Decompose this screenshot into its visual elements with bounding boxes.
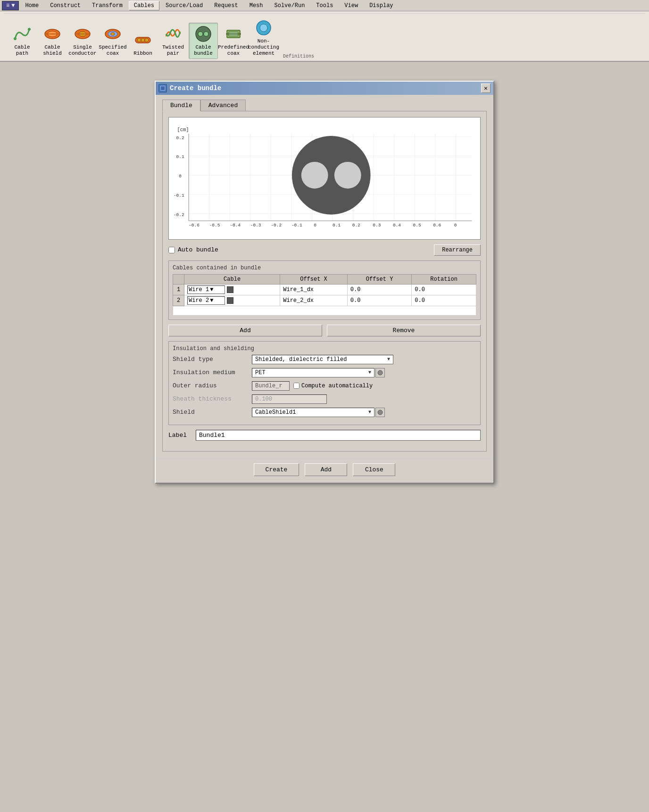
ribbon-btn-specified-coax[interactable]: Specifiedcoax xyxy=(98,23,127,59)
svg-text:-0.4: -0.4 xyxy=(230,223,241,228)
menu-item-construct[interactable]: Construct xyxy=(45,1,86,10)
shield-row: Shield CableShield1 ▼ xyxy=(173,408,476,417)
insulation-medium-extra-btn[interactable] xyxy=(375,368,385,377)
tab-bundle[interactable]: Bundle xyxy=(162,100,200,111)
cable-path-label: Cablepath xyxy=(14,44,30,57)
cable-shield-label: Cableshield xyxy=(43,44,62,57)
compute-auto-checkbox[interactable] xyxy=(293,383,300,389)
ribbon-btn-single-conductor[interactable]: Singleconductor xyxy=(68,23,97,59)
menu-item-display[interactable]: Display xyxy=(364,1,398,10)
rearrange-button[interactable]: Rearrange xyxy=(434,244,481,256)
ribbon-btn-cable-path[interactable]: Cablepath xyxy=(8,23,37,59)
auto-bundle-checkbox[interactable] xyxy=(168,247,175,253)
svg-point-16 xyxy=(198,32,203,36)
ribbon-btn-cable-shield[interactable]: Cableshield xyxy=(38,23,67,59)
sheath-thickness-input[interactable] xyxy=(252,394,327,404)
menu-item-cables[interactable]: Cables xyxy=(129,1,159,10)
dialog-footer: Create Add Close xyxy=(156,458,493,483)
dialog-titlebar: Create bundle ✕ xyxy=(156,82,493,95)
menu-item-home[interactable]: Home xyxy=(20,1,44,10)
svg-text:0.4: 0.4 xyxy=(393,223,401,228)
menu-item-sourceload[interactable]: Source/Load xyxy=(160,1,208,10)
cable-shield-icon xyxy=(43,25,62,43)
menu-item-mesh[interactable]: Mesh xyxy=(244,1,268,10)
svg-point-17 xyxy=(204,32,208,36)
compute-auto-container: Compute automatically xyxy=(293,383,373,389)
svg-point-10 xyxy=(111,33,115,35)
insulation-medium-dropdown[interactable]: PET ▼ xyxy=(252,368,374,377)
remove-cable-button[interactable]: Remove xyxy=(327,325,481,336)
tab-advanced[interactable]: Advanced xyxy=(200,100,246,111)
svg-point-12 xyxy=(137,38,141,42)
svg-text:-0.6: -0.6 xyxy=(189,223,200,228)
cables-section: Cables contained in bundle Cable Offset … xyxy=(168,260,481,320)
close-button[interactable]: Close xyxy=(353,463,395,476)
shield-value: CableShield1 xyxy=(255,409,296,416)
shield-extra-btn[interactable] xyxy=(375,408,385,417)
create-button[interactable]: Create xyxy=(254,463,300,476)
add-cable-button[interactable]: Add xyxy=(168,325,322,336)
menu-dropdown-arrow: ▼ xyxy=(11,2,15,9)
row-2-rotation: 0.0 xyxy=(412,295,476,306)
predefined-coax-label: Predefinedcoax xyxy=(218,44,249,57)
cable-bundle-icon xyxy=(194,25,213,43)
menu-item-transform[interactable]: Transform xyxy=(87,1,128,10)
svg-text:-0.2: -0.2 xyxy=(271,223,282,228)
ribbon-btn-ribbon[interactable]: Ribbon xyxy=(128,29,158,59)
shield-type-value: Shielded, dielectric filled xyxy=(255,356,347,363)
menu-bar: ≡ ▼ Home Construct Transform Cables Sour… xyxy=(0,0,649,11)
main-area: Create bundle ✕ Bundle Advanced [cm] 0.2 xyxy=(0,62,649,812)
app-menu-dropdown[interactable]: ≡ ▼ xyxy=(2,1,19,10)
svg-point-71 xyxy=(378,410,383,415)
svg-rect-24 xyxy=(161,86,165,90)
row-1-cable-select[interactable]: Wire 1 ▼ xyxy=(187,285,225,294)
cables-table: Cable Offset X Offset Y Rotation 1 xyxy=(173,274,476,316)
svg-text:-0.1: -0.1 xyxy=(174,193,184,198)
table-row: 1 Wire 1 ▼ xyxy=(173,284,476,295)
insulation-medium-label: Insulation medium xyxy=(173,369,248,376)
svg-text:0: 0 xyxy=(314,223,316,228)
shield-type-dropdown[interactable]: Shielded, dielectric filled ▼ xyxy=(252,355,393,364)
dialog-title: Create bundle xyxy=(170,84,478,92)
col-header-cable: Cable xyxy=(184,274,280,284)
cables-section-title: Cables contained in bundle xyxy=(173,265,476,271)
dialog-close-button[interactable]: ✕ xyxy=(481,84,491,93)
row-2-offset-y: 0.0 xyxy=(347,295,412,306)
menu-item-request[interactable]: Request xyxy=(209,1,243,10)
row-1-num: 1 xyxy=(173,284,184,295)
insulation-section: Insulation and shielding Shield type Shi… xyxy=(168,341,481,425)
label-field-input[interactable] xyxy=(196,430,481,441)
svg-point-70 xyxy=(378,370,383,375)
row-2-cable-select[interactable]: Wire 2 ▼ xyxy=(187,296,225,305)
menu-item-solverun[interactable]: Solve/Run xyxy=(269,1,310,10)
svg-text:0.6: 0.6 xyxy=(433,223,441,228)
ribbon-btn-cable-bundle[interactable]: Cablebundle xyxy=(189,23,218,59)
menu-item-view[interactable]: View xyxy=(339,1,363,10)
ribbon: Cablepath Cableshield Single xyxy=(0,11,649,62)
outer-radius-controls: Bundle_r Compute automatically xyxy=(252,381,373,391)
add-button[interactable]: Add xyxy=(305,463,347,476)
svg-text:-0.1: -0.1 xyxy=(291,223,302,228)
menu-icon: ≡ xyxy=(6,2,9,9)
menu-item-tools[interactable]: Tools xyxy=(311,1,338,10)
single-conductor-icon xyxy=(73,25,92,43)
svg-text:0.3: 0.3 xyxy=(373,223,381,228)
auto-bundle-checkbox-label[interactable]: Auto bundle xyxy=(168,246,218,253)
insulation-medium-arrow: ▼ xyxy=(368,370,371,375)
svg-text:0: 0 xyxy=(454,223,457,228)
compute-auto-label: Compute automatically xyxy=(301,383,373,389)
row-2-cable-arrow: ▼ xyxy=(210,297,213,304)
sheath-thickness-label: Sheath thickness xyxy=(173,395,248,402)
col-header-offset-x: Offset X xyxy=(280,274,347,284)
non-conducting-icon xyxy=(254,18,273,37)
auto-bundle-label: Auto bundle xyxy=(178,246,218,253)
shield-dropdown[interactable]: CableShield1 ▼ xyxy=(252,408,374,417)
ribbon-btn-predefined-coax[interactable]: Predefinedcoax xyxy=(219,23,248,59)
cable-path-icon xyxy=(13,25,32,43)
shield-label: Shield xyxy=(173,409,248,416)
specified-coax-icon xyxy=(103,25,122,43)
ribbon-btn-twisted-pair[interactable]: Twistedpair xyxy=(158,23,188,59)
ribbon-btn-non-conducting[interactable]: Non-conductingelement xyxy=(249,17,278,59)
outer-radius-row: Outer radius Bundle_r Compute automatica… xyxy=(173,381,476,391)
twisted-pair-icon xyxy=(164,25,183,43)
